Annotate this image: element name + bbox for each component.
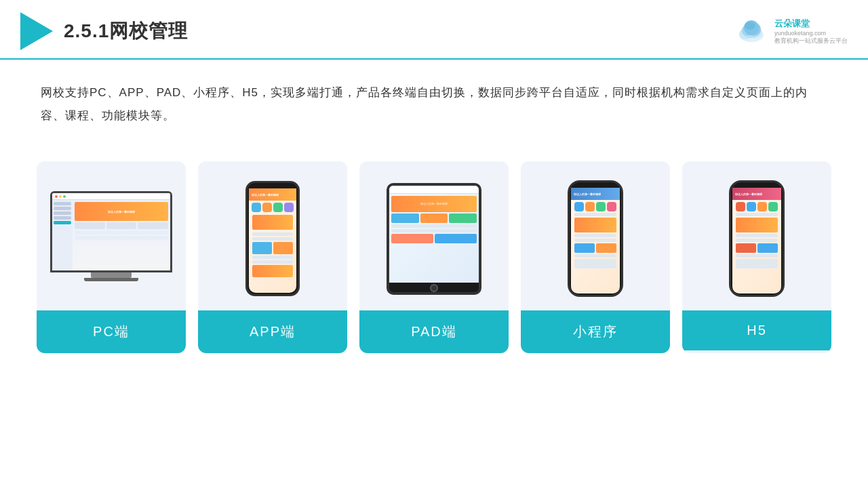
- card-mini: 职达人的第一量科精课: [521, 161, 670, 353]
- card-app-image: 职达人的第一量科精课: [198, 161, 347, 310]
- phone-mini-mockup: 职达人的第一量科精课: [568, 180, 623, 297]
- card-h5-label: H5: [682, 310, 831, 350]
- card-h5: 职达人的第一量科精课: [682, 161, 831, 353]
- phone-app-mockup: 职达人的第一量科精课: [245, 181, 300, 296]
- card-app: 职达人的第一量科精课: [198, 161, 347, 353]
- card-pc-image: 职达人的第一量科精课: [37, 161, 186, 310]
- tablet-mockup: 职达人的第一量科精课: [387, 183, 481, 295]
- device-cards: 职达人的第一量科精课: [0, 148, 868, 353]
- card-app-label: APP端: [198, 310, 347, 353]
- brand-text: 云朵课堂 yunduoketang.com 教育机构一站式服务云平台: [774, 18, 848, 45]
- brand-cloud-icon: [734, 19, 769, 43]
- brand-tagline: 教育机构一站式服务云平台: [774, 37, 848, 45]
- card-pad-image: 职达人的第一量科精课: [359, 161, 509, 310]
- logo-triangle-icon: [20, 12, 53, 50]
- card-mini-label: 小程序: [521, 310, 670, 353]
- header-left: 2.5.1网校管理: [20, 12, 188, 50]
- card-pc: 职达人的第一量科精课: [37, 161, 186, 353]
- card-pad: 职达人的第一量科精课: [359, 161, 509, 353]
- card-pad-label: PAD端: [359, 310, 509, 353]
- card-h5-image: 职达人的第一量科精课: [682, 161, 831, 310]
- description-text: 网校支持PC、APP、PAD、小程序、H5，实现多端打通，产品各终端自由切换，数…: [0, 60, 868, 141]
- brand-name: 云朵课堂: [774, 18, 848, 30]
- card-pc-label: PC端: [37, 310, 186, 353]
- svg-point-7: [745, 22, 755, 30]
- phone-h5-mockup: 职达人的第一量科精课: [729, 180, 785, 297]
- brand-domain: yunduoketang.com: [774, 30, 848, 37]
- page-header: 2.5.1网校管理 云朵课堂 yunduoketang.com 教育机构一站式服…: [0, 0, 868, 60]
- card-mini-image: 职达人的第一量科精课: [521, 161, 670, 310]
- pc-mockup: 职达人的第一量科精课: [50, 191, 172, 286]
- header-right: 云朵课堂 yunduoketang.com 教育机构一站式服务云平台: [734, 18, 848, 45]
- page-title: 2.5.1网校管理: [64, 18, 188, 44]
